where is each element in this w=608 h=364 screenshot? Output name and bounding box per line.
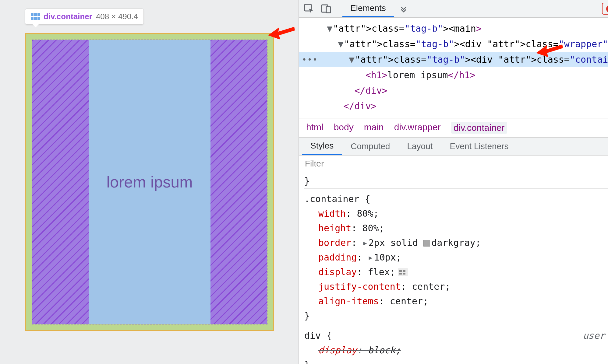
css-declaration[interactable]: border: ▸2px solid darkgray; (304, 236, 608, 250)
dom-tree-line[interactable]: ▼"attr">class="tag-b"><main> (299, 21, 608, 36)
tooltip-element-name: div.container (44, 12, 92, 21)
inspect-element-icon[interactable] (302, 2, 316, 16)
dom-breadcrumbs: htmlbodymaindiv.wrapperdiv.container (299, 118, 608, 138)
styles-filter-input[interactable] (299, 156, 608, 172)
tooltip-dimensions: 408 × 490.4 (96, 12, 138, 21)
svg-rect-4 (34, 17, 37, 20)
breadcrumb-item[interactable]: div.wrapper (394, 122, 441, 134)
css-declaration[interactable]: padding: ▸10px; (304, 250, 608, 265)
expand-triangle-icon[interactable]: ▸ (368, 252, 373, 263)
styles-subtab[interactable]: Layout (398, 138, 441, 155)
preview-heading: lorem ipsum (106, 173, 193, 191)
annotation-arrow (268, 21, 295, 43)
more-tabs-icon[interactable] (396, 2, 411, 16)
svg-rect-5 (37, 17, 40, 20)
styles-subtab[interactable]: Styles (302, 138, 342, 155)
svg-rect-9 (326, 7, 331, 13)
disclosure-triangle-icon[interactable]: ▼ (327, 21, 333, 36)
css-close-brace: } (304, 359, 310, 364)
css-selector[interactable]: .container { (304, 194, 370, 204)
dom-tree[interactable]: ▼"attr">class="tag-b"><main> ▼"attr">cla… (299, 18, 608, 118)
tab-elements[interactable]: Elements (342, 0, 394, 17)
devtools-main-tabs: Elements (342, 0, 394, 17)
css-rule-ua[interactable]: user agent stylesheet div { display: blo… (304, 325, 608, 364)
svg-rect-0 (31, 13, 34, 16)
breadcrumb-item[interactable]: main (364, 122, 384, 134)
flex-free-space-right (210, 40, 267, 324)
css-rules-pane[interactable]: } css-flexbox:313 .container { width: 80… (299, 172, 608, 364)
css-rule-container[interactable]: css-flexbox:313 .container { width: 80%;… (304, 188, 608, 325)
devtools-panel: Elements 1 1 ▼"attr">class="tag-b"><main… (299, 0, 608, 364)
flex-layout-icon (31, 13, 40, 20)
svg-rect-1 (34, 13, 37, 16)
css-close-brace: } (304, 310, 310, 321)
disclosure-triangle-icon[interactable]: ▼ (338, 36, 344, 52)
styles-subtabs: StylesComputedLayoutEvent Listeners (299, 138, 608, 155)
svg-marker-24 (536, 44, 563, 57)
highlight-content-region: lorem ipsum (32, 40, 267, 324)
ellipsis-icon[interactable]: ••• (302, 53, 318, 66)
rule-source-ua: user agent stylesheet (583, 328, 608, 343)
styles-subtab[interactable]: Event Listeners (441, 138, 517, 155)
css-selector[interactable]: div { (304, 330, 332, 341)
error-count-badge[interactable]: 1 (602, 3, 608, 15)
css-declaration[interactable]: height: 80%; (304, 221, 608, 236)
flex-item: lorem ipsum (89, 40, 210, 324)
disclosure-triangle-icon[interactable]: ▼ (349, 52, 355, 67)
breadcrumb-item[interactable]: body (334, 122, 354, 134)
flex-free-space-left (32, 40, 89, 324)
styles-subtab[interactable]: Computed (342, 138, 398, 155)
dom-tree-line[interactable]: <h1>lorem ipsum</h1> (299, 67, 608, 83)
css-declaration[interactable]: display: flex; (304, 265, 608, 279)
color-swatch-icon[interactable] (423, 240, 430, 247)
page-preview: div.container 408 × 490.4 lorem ipsum (0, 0, 299, 364)
css-declaration[interactable]: justify-content: center; (304, 279, 608, 294)
devtools-toolbar: Elements 1 1 (299, 0, 608, 18)
css-declaration[interactable]: align-items: center; (304, 294, 608, 309)
error-icon (606, 5, 608, 13)
svg-rect-2 (37, 13, 40, 16)
toolbar-separator (338, 3, 338, 14)
styles-filter-row: :hov .cls + (299, 156, 608, 172)
svg-rect-3 (31, 17, 34, 20)
css-declaration[interactable]: width: 80%; (304, 206, 608, 221)
dom-tree-line[interactable]: </div> (299, 83, 608, 98)
annotation-arrow (536, 39, 564, 60)
dom-tree-line[interactable]: </div> (299, 98, 608, 114)
inspect-tooltip: div.container 408 × 490.4 (25, 9, 144, 25)
breadcrumb-item[interactable]: html (306, 122, 323, 134)
svg-marker-6 (268, 27, 295, 40)
breadcrumb-item[interactable]: div.container (451, 122, 507, 134)
css-declaration[interactable]: display: block; (304, 343, 608, 358)
flex-editor-icon[interactable] (398, 268, 408, 276)
element-highlight: lorem ipsum (25, 33, 274, 331)
expand-triangle-icon[interactable]: ▸ (362, 237, 368, 248)
device-toggle-icon[interactable] (319, 2, 334, 16)
